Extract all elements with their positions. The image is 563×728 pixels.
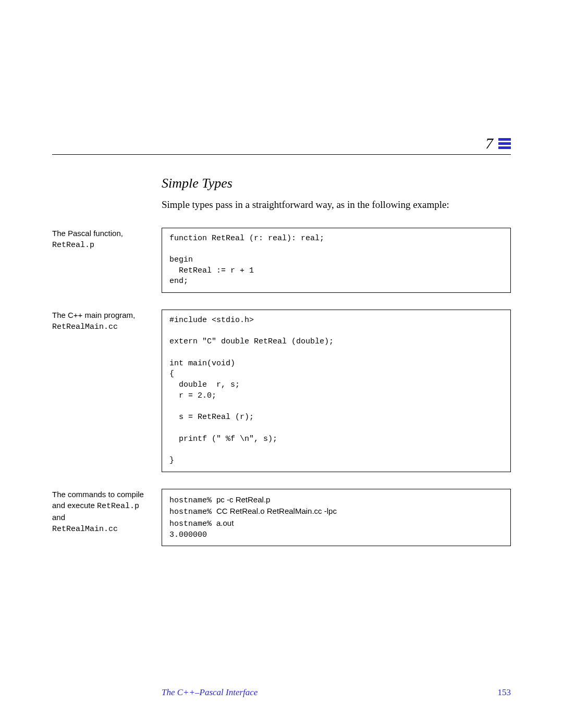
output: 3.000000 <box>169 530 207 539</box>
section-title: Simple Types <box>162 176 511 191</box>
hamburger-icon <box>498 138 511 149</box>
section: Simple Types Simple types pass in a stra… <box>162 176 511 212</box>
chapter-header: 7 <box>52 135 511 155</box>
example-row: The commands to compile and execute RetR… <box>52 489 511 547</box>
code-box: #include <stdio.h> extern "C" double Ret… <box>162 310 511 472</box>
command: a.out <box>216 519 234 527</box>
caption-text: The C++ main program, <box>52 311 135 319</box>
footer-title: The C++–Pascal Interface <box>162 687 258 698</box>
code-box: hostname% pc -c RetReal.p hostname% CC R… <box>162 489 511 547</box>
prompt: hostname% <box>169 508 216 516</box>
caption-text: The Pascal function, <box>52 229 123 238</box>
example-caption: The C++ main program, RetRealMain.cc <box>52 310 162 332</box>
caption-filename: RetReal.p <box>52 241 94 250</box>
example-caption: The Pascal function, RetReal.p <box>52 228 162 251</box>
command: CC RetReal.o RetRealMain.cc -lpc <box>216 507 337 515</box>
command: pc -c RetReal.p <box>216 495 270 504</box>
section-body: Simple types pass in a straightforward w… <box>162 198 511 212</box>
page-footer: The C++–Pascal Interface 153 <box>52 687 511 698</box>
caption-filename: RetReal.p <box>97 502 139 511</box>
prompt: hostname% <box>169 496 216 505</box>
prompt: hostname% <box>169 520 216 528</box>
example-row: The C++ main program, RetRealMain.cc #in… <box>52 310 511 472</box>
code-box: function RetReal (r: real): real; begin … <box>162 228 511 293</box>
caption-text: and <box>52 513 65 522</box>
example-row: The Pascal function, RetReal.p function … <box>52 228 511 293</box>
page-content: 7 Simple Types Simple types pass in a st… <box>0 0 563 546</box>
example-caption: The commands to compile and execute RetR… <box>52 489 162 535</box>
caption-filename: RetRealMain.cc <box>52 525 118 534</box>
chapter-number: 7 <box>485 135 493 151</box>
caption-filename: RetRealMain.cc <box>52 323 118 331</box>
footer-page-number: 153 <box>498 687 511 698</box>
